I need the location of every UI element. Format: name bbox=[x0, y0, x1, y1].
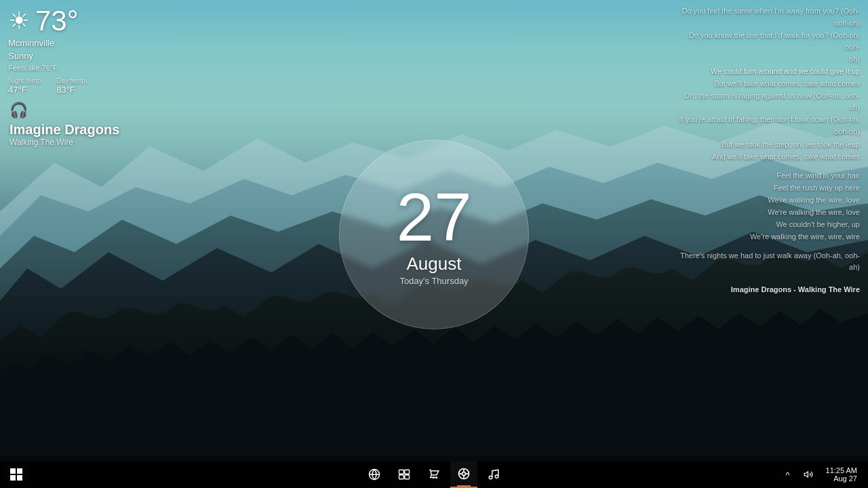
taskbar-center-icons bbox=[361, 461, 507, 488]
svg-rect-3 bbox=[399, 475, 404, 479]
lyrics-line-1: Do you feel the same when I'm away from … bbox=[677, 5, 860, 17]
lyrics-line-2: ooh-oh) bbox=[677, 18, 860, 29]
weather-day-temp: Day temp. 83°F bbox=[56, 77, 87, 95]
lyrics-line-14: We're walking the wire, love bbox=[677, 195, 860, 206]
lyrics-line-7: Oh, the storm is raging against us now (… bbox=[677, 90, 860, 113]
lyrics-attribution: Imagine Dragons - Walking The Wire bbox=[731, 285, 860, 293]
music-app-icon[interactable] bbox=[450, 461, 477, 488]
tray-datetime[interactable]: 11:25 AM Aug 27 bbox=[821, 465, 863, 484]
lyrics-widget: Do you feel the same when I'm away from … bbox=[677, 5, 860, 298]
night-temp-label: Night temp. bbox=[8, 77, 43, 85]
lyrics-line-5: We could turn around and we could give i… bbox=[677, 66, 860, 77]
browser-icon[interactable] bbox=[361, 461, 388, 488]
task-view-icon[interactable] bbox=[391, 461, 418, 488]
weather-temps-row: Night temp. 47°F Day temp. 83°F bbox=[8, 77, 87, 95]
svg-marker-13 bbox=[804, 472, 808, 477]
windows-logo-icon bbox=[10, 468, 22, 481]
lyrics-line-8: If you're afraid of falling, then don't … bbox=[677, 114, 860, 125]
weather-location: Mcminnville bbox=[8, 38, 87, 48]
lyrics-line-18: There's nights we had to just walk away … bbox=[677, 250, 860, 273]
svg-rect-1 bbox=[399, 470, 404, 474]
lyrics-gap-1 bbox=[677, 163, 860, 170]
lyrics-line-17: We're walking the wire, wire, wire bbox=[677, 231, 860, 243]
svg-rect-2 bbox=[405, 470, 410, 474]
weather-sun-icon: ☀ bbox=[8, 7, 30, 35]
day-temp-value: 83°F bbox=[56, 85, 87, 95]
lyrics-line-12: Feel the wind in your hair bbox=[677, 170, 860, 182]
windows-store-icon[interactable] bbox=[420, 461, 448, 488]
taskbar-left bbox=[0, 461, 33, 488]
weather-condition: Sunny bbox=[8, 51, 87, 61]
lyrics-gap-2 bbox=[677, 243, 860, 250]
lyrics-gap-3 bbox=[677, 274, 860, 281]
calendar-day: 27 bbox=[396, 183, 471, 251]
music-widget: 🎧 Imagine Dragons Walking The Wire bbox=[9, 102, 119, 147]
weather-night-temp: Night temp. 47°F bbox=[8, 77, 43, 95]
svg-point-11 bbox=[489, 476, 492, 479]
lyrics-line-6: But we'll take what comes, take what com… bbox=[677, 78, 860, 89]
svg-point-6 bbox=[462, 472, 466, 476]
calendar-month: August bbox=[407, 253, 462, 274]
start-button[interactable] bbox=[0, 461, 33, 488]
taskbar: ^ 11:25 AM Aug 27 bbox=[0, 461, 868, 488]
weather-feels-like: Feels like 76°F bbox=[8, 64, 87, 72]
day-temp-label: Day temp. bbox=[56, 77, 87, 85]
calendar-widget: 27 August Today's Thursday bbox=[339, 140, 529, 329]
night-temp-value: 47°F bbox=[8, 85, 43, 95]
music-song: Walking The Wire bbox=[9, 138, 119, 147]
lyrics-line-11: And we'll take what comes, take what com… bbox=[677, 151, 860, 163]
weather-top: ☀ 73° bbox=[8, 7, 87, 35]
lyrics-line-13: Feel the rush way up here bbox=[677, 182, 860, 194]
calendar-weekday: Today's Thursday bbox=[399, 276, 468, 286]
lyrics-line-3: Do you know the line that I'd walk for y… bbox=[677, 30, 860, 53]
calendar-circle: 27 August Today's Thursday bbox=[339, 140, 529, 329]
audio-app-icon[interactable] bbox=[480, 461, 507, 488]
lyrics-line-9: ooh-oh) bbox=[677, 126, 860, 138]
tray-speaker-icon[interactable] bbox=[800, 466, 816, 483]
weather-widget: ☀ 73° Mcminnville Sunny Feels like 76°F … bbox=[8, 7, 87, 95]
lyrics-line-16: We couldn't be higher, up bbox=[677, 219, 860, 230]
taskbar-right: ^ 11:25 AM Aug 27 bbox=[780, 465, 868, 484]
music-artist: Imagine Dragons bbox=[9, 122, 119, 138]
lyrics-line-4: oh) bbox=[677, 54, 860, 65]
tray-chevron[interactable]: ^ bbox=[780, 466, 796, 483]
svg-rect-4 bbox=[405, 475, 410, 479]
system-tray: ^ 11:25 AM Aug 27 bbox=[780, 465, 863, 484]
lyrics-line-15: We're walking the wire, love bbox=[677, 207, 860, 218]
weather-temperature: 73° bbox=[35, 7, 79, 35]
lyrics-line-10: But we took the step, oh, we took the le… bbox=[677, 139, 860, 150]
tray-time: 11:25 AM bbox=[826, 466, 857, 474]
svg-point-12 bbox=[495, 475, 498, 479]
headphones-icon: 🎧 bbox=[9, 102, 119, 119]
tray-date: Aug 27 bbox=[833, 474, 857, 483]
